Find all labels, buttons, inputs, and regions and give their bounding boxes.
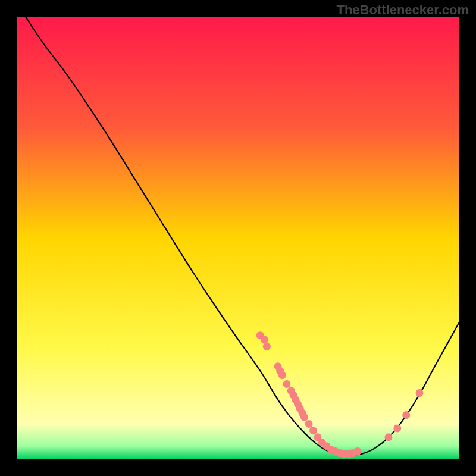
data-point — [384, 433, 392, 441]
data-point — [300, 414, 308, 421]
data-point — [278, 371, 286, 379]
data-point — [309, 427, 317, 434]
data-point — [402, 411, 410, 419]
data-point — [305, 420, 313, 428]
data-point — [353, 447, 361, 455]
data-point — [261, 336, 268, 344]
watermark-text: TheBottlenecker.com — [336, 2, 469, 18]
data-point — [416, 389, 424, 397]
data-point — [393, 424, 401, 432]
data-point — [263, 343, 271, 350]
chart-container: TheBottlenecker.com — [0, 0, 476, 476]
gradient-background — [17, 17, 459, 459]
chart-plot — [17, 17, 459, 459]
data-point — [283, 380, 290, 388]
